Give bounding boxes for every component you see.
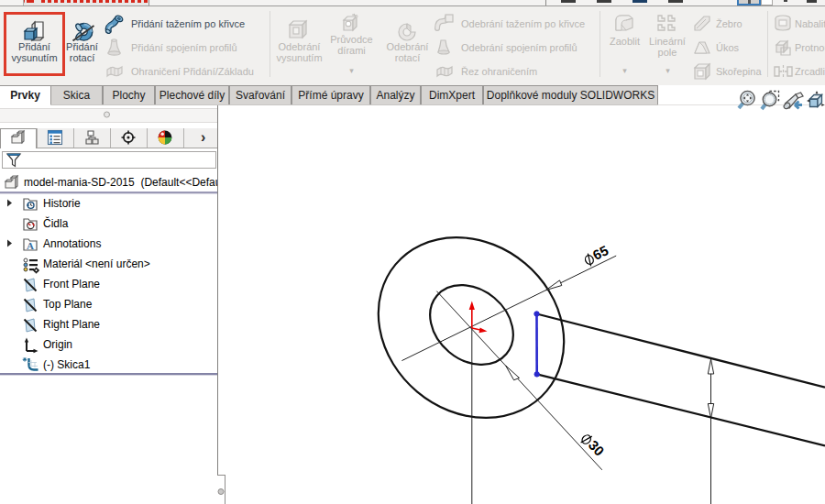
svg-text:Front Plane: Front Plane bbox=[43, 278, 100, 290]
svg-text:(-) Skica1: (-) Skica1 bbox=[43, 358, 91, 371]
svg-text:Historie: Historie bbox=[43, 197, 81, 210]
svg-text:Top Plane: Top Plane bbox=[43, 298, 93, 311]
svg-text:Annotations: Annotations bbox=[43, 237, 101, 250]
svg-text:Čidla: Čidla bbox=[43, 216, 69, 230]
svg-text:Origin: Origin bbox=[43, 338, 72, 351]
svg-text:Materiál <není určen>: Materiál <není určen> bbox=[43, 257, 150, 270]
svg-text:Right Plane: Right Plane bbox=[43, 318, 100, 331]
svg-text:A: A bbox=[27, 240, 34, 251]
